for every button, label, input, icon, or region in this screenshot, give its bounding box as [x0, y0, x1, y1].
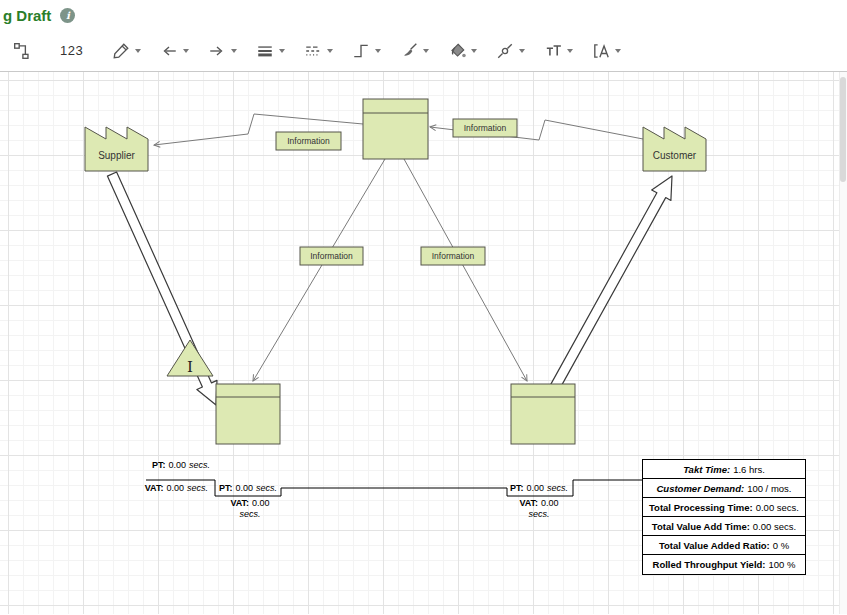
- brush-button[interactable]: [397, 39, 432, 63]
- diagram-canvas[interactable]: Supplier Customer I Inform: [0, 72, 847, 614]
- svg-text:Information: Information: [310, 251, 353, 261]
- customer-shape[interactable]: [643, 127, 706, 171]
- information-label[interactable]: Information: [300, 247, 363, 265]
- information-label[interactable]: Information: [276, 132, 341, 150]
- timeline-vat-unit: secs.: [528, 509, 549, 519]
- timeline-vat-label: VAT:0.00secs.: [145, 483, 208, 493]
- font-format-button[interactable]: [589, 39, 624, 63]
- dashed-line-icon: [304, 42, 322, 60]
- line-style-button[interactable]: [253, 39, 288, 63]
- timeline-vat-label: VAT:0.00: [519, 498, 558, 508]
- chevron-down-icon: [519, 49, 525, 53]
- metrics-row-total-value-add-time: Total Value Add Time:0.00 secs.: [643, 517, 805, 536]
- information-label[interactable]: Information: [421, 247, 485, 265]
- info-icon[interactable]: i: [60, 8, 75, 23]
- production-control-box[interactable]: [363, 99, 428, 159]
- chevron-down-icon: [567, 49, 573, 53]
- font-size-icon: [544, 42, 562, 60]
- chevron-down-icon: [231, 49, 237, 53]
- shipment-arrow-customer[interactable]: [551, 176, 672, 389]
- inventory-triangle[interactable]: I: [167, 340, 213, 376]
- font-size-button[interactable]: [541, 39, 576, 63]
- chevron-down-icon: [135, 49, 141, 53]
- metrics-row-customer-demand: Customer Demand:100 / mos.: [643, 479, 805, 498]
- font-format-icon: [592, 42, 610, 60]
- value-toggle-button[interactable]: 123: [57, 40, 86, 61]
- pencil-icon: [112, 42, 130, 60]
- metrics-row-rolled-throughput-yield: Rolled Throughput Yield:100 %: [643, 555, 805, 574]
- waypoints-button[interactable]: [10, 39, 34, 63]
- elbow-connector-icon: [352, 42, 370, 60]
- svg-text:Information: Information: [464, 123, 507, 133]
- line-style-icon: [256, 42, 274, 60]
- info-flow-right-process-edge[interactable]: [404, 159, 527, 381]
- chevron-down-icon: [279, 49, 285, 53]
- paint-bucket-icon: [448, 42, 466, 60]
- metrics-row-takt-time: Takt Time:1.6 hrs.: [643, 460, 805, 479]
- svg-text:Information: Information: [432, 251, 475, 261]
- metrics-table[interactable]: Takt Time:1.6 hrs. Customer Demand:100 /…: [642, 459, 806, 575]
- arrow-left-icon: [160, 42, 178, 60]
- svg-text:Information: Information: [287, 136, 330, 146]
- node-link-icon: [496, 42, 514, 60]
- waypoints-icon: [13, 42, 31, 60]
- timeline-pt-label: PT:0.00secs.: [219, 483, 277, 493]
- info-flow-left-process-edge[interactable]: [253, 159, 385, 381]
- chevron-down-icon: [327, 49, 333, 53]
- timeline-vat-label: VAT:0.00: [230, 498, 269, 508]
- format-toolbar: 123: [0, 30, 847, 72]
- value-toggle-label: 123: [60, 43, 83, 58]
- process-box-right[interactable]: [511, 384, 575, 444]
- brush-icon: [400, 42, 418, 60]
- vertical-scrollbar-thumb[interactable]: [840, 77, 846, 182]
- chevron-down-icon: [375, 49, 381, 53]
- title-bar: g Draft i: [0, 0, 847, 30]
- chevron-down-icon: [615, 49, 621, 53]
- customer-label: Customer: [653, 150, 697, 161]
- vertical-scrollbar[interactable]: [839, 72, 847, 614]
- chevron-down-icon: [423, 49, 429, 53]
- arrow-right-icon: [208, 42, 226, 60]
- timeline-vat-unit: secs.: [239, 509, 260, 519]
- edit-style-button[interactable]: [109, 39, 144, 63]
- line-dash-button[interactable]: [301, 39, 336, 63]
- process-box-left[interactable]: [216, 384, 280, 444]
- metrics-row-total-processing-time: Total Processing Time:0.00 secs.: [643, 498, 805, 517]
- supplier-shape[interactable]: [85, 127, 148, 171]
- inventory-label: I: [187, 358, 193, 376]
- fill-color-button[interactable]: [445, 39, 480, 63]
- page-title: g Draft: [3, 7, 51, 24]
- information-label[interactable]: Information: [453, 119, 517, 137]
- arrow-end-button[interactable]: [205, 39, 240, 63]
- connector-node-button[interactable]: [493, 39, 528, 63]
- connector-style-button[interactable]: [349, 39, 384, 63]
- timeline-pt-label: PT:0.00secs.: [510, 483, 568, 493]
- chevron-down-icon: [183, 49, 189, 53]
- chevron-down-icon: [471, 49, 477, 53]
- supplier-label: Supplier: [98, 150, 135, 161]
- arrow-start-button[interactable]: [157, 39, 192, 63]
- metrics-row-total-value-added-ratio: Total Value Added Ratio:0 %: [643, 536, 805, 555]
- timeline-pt-label: PT:0.00secs.: [152, 460, 210, 470]
